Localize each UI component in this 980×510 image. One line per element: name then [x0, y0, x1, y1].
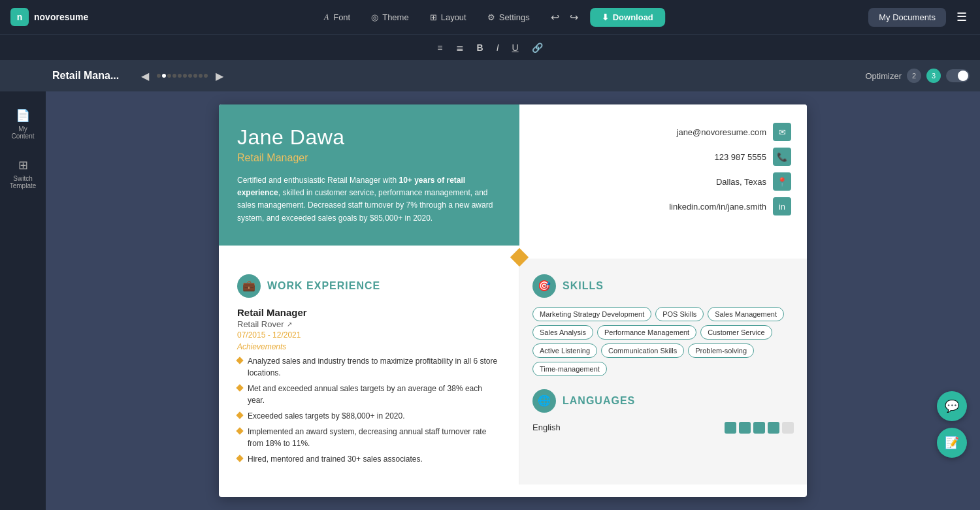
- zoom-dot-5: [178, 74, 182, 78]
- optimizer-badge-3: 3: [926, 69, 941, 83]
- resume-body: 💼 WORK EXPERIENCE Retail Manager Retail …: [219, 259, 807, 485]
- zoom-out-button[interactable]: ◀: [137, 69, 153, 84]
- settings-button[interactable]: ⚙ Settings: [478, 8, 539, 26]
- align-center-button[interactable]: ≣: [451, 40, 469, 56]
- sub-header: Retail Mana... ◀ ▶ Optimizer 2 3: [0, 60, 980, 91]
- bullet-text: Analyzed sales and industry trends to ma…: [248, 355, 500, 379]
- resume-header-right: jane@novoresume.com ✉ 123 987 5555 📞 Dal…: [519, 104, 807, 246]
- skill-tag: Time-management: [532, 362, 607, 376]
- contact-email-text: jane@novoresume.com: [677, 127, 766, 137]
- bullet-item: Met and exceeded annual sales targets by…: [237, 383, 500, 406]
- languages-title: LANGUAGES: [563, 395, 635, 407]
- zoom-in-button[interactable]: ▶: [212, 69, 227, 84]
- bullet-diamond: [236, 357, 243, 364]
- languages-header: 🌐 LANGUAGES: [532, 389, 794, 413]
- sidebar-item-my-content[interactable]: 📄 My Content: [4, 102, 42, 146]
- skill-tag: Marketing Strategy Development: [532, 307, 651, 321]
- language-name: English: [532, 422, 561, 432]
- theme-icon: ◎: [371, 12, 378, 22]
- work-experience-header: 💼 WORK EXPERIENCE: [237, 274, 500, 298]
- hamburger-button[interactable]: ☰: [954, 7, 970, 27]
- achievements-label: Achievements: [237, 342, 500, 351]
- font-button[interactable]: 𝐴 Font: [315, 8, 359, 26]
- bold-button[interactable]: B: [472, 40, 489, 56]
- contact-email-row: jane@novoresume.com ✉: [535, 123, 791, 141]
- lang-dot-3: [753, 422, 765, 434]
- languages-icon: 🌐: [532, 389, 556, 413]
- optimizer-label: Optimizer: [865, 71, 902, 81]
- optimizer-toggle[interactable]: [946, 69, 970, 82]
- lang-dot-4: [768, 422, 779, 434]
- resume-title: Retail Manager: [237, 152, 501, 164]
- job-date: 07/2015 - 12/2021: [237, 330, 500, 340]
- layout-icon: ⊞: [430, 12, 437, 22]
- language-dots: [725, 422, 794, 434]
- language-row-english: English: [532, 422, 794, 434]
- skill-tag: Customer Service: [700, 325, 772, 340]
- underline-button[interactable]: U: [507, 40, 524, 56]
- canvas-area: Jane Dawa Retail Manager Certified and e…: [46, 91, 980, 510]
- undo-button[interactable]: ↩: [547, 7, 563, 27]
- zoom-controls: ◀ ▶: [137, 69, 227, 84]
- linkedin-icon: in: [773, 197, 791, 215]
- note-icon: 📝: [945, 436, 959, 450]
- chat-icon: 💬: [945, 399, 959, 413]
- resume-header: Jane Dawa Retail Manager Certified and e…: [219, 104, 807, 246]
- location-icon: 📍: [773, 172, 791, 191]
- theme-button[interactable]: ◎ Theme: [362, 8, 417, 26]
- download-button[interactable]: ⬇ Download: [590, 8, 665, 27]
- switch-template-icon: ⊞: [18, 158, 28, 172]
- font-icon: 𝐴: [324, 12, 329, 22]
- chat-fab[interactable]: 💬: [937, 391, 967, 421]
- resume-document: Jane Dawa Retail Manager Certified and e…: [219, 104, 807, 497]
- bullet-list: Analyzed sales and industry trends to ma…: [237, 355, 500, 465]
- settings-icon: ⚙: [487, 12, 495, 22]
- skill-tag: Sales Analysis: [532, 325, 593, 340]
- document-title: Retail Mana...: [52, 70, 119, 82]
- zoom-dot-2: [162, 74, 166, 78]
- contact-phone-text: 123 987 5555: [714, 152, 766, 162]
- nav-right: My Documents ☰: [868, 7, 970, 27]
- lang-dot-2: [739, 422, 751, 434]
- work-experience-title: WORK EXPERIENCE: [267, 280, 380, 292]
- languages-section: 🌐 LANGUAGES English: [532, 389, 794, 434]
- zoom-dot-10: [204, 74, 208, 78]
- bullet-text: Met and exceeded annual sales targets by…: [248, 383, 500, 406]
- toggle-knob: [958, 71, 968, 81]
- my-content-icon: 📄: [16, 108, 30, 123]
- bullet-item: Hired, mentored and trained 30+ sales as…: [237, 453, 500, 465]
- download-icon: ⬇: [602, 12, 609, 22]
- layout-button[interactable]: ⊞ Layout: [421, 8, 476, 26]
- link-button[interactable]: 🔗: [527, 40, 548, 56]
- skills-header: 🎯 SKILLS: [532, 274, 794, 298]
- skills-title: SKILLS: [563, 280, 604, 292]
- resume-summary: Certified and enthusiastic Retail Manage…: [237, 174, 501, 225]
- contact-linkedin-row: linkedin.com/in/jane.smith in: [535, 197, 791, 215]
- external-link-icon: ↗: [287, 321, 292, 328]
- zoom-dot-9: [199, 74, 203, 78]
- company-name: Retail Rover ↗: [237, 319, 500, 329]
- bullet-diamond: [236, 411, 243, 419]
- logo-icon: n: [10, 8, 29, 26]
- skills-icon: 🎯: [532, 274, 556, 298]
- redo-button[interactable]: ↪: [566, 7, 582, 27]
- lang-dot-5: [782, 422, 794, 434]
- skill-tag: Performance Management: [597, 325, 696, 340]
- contact-location-text: Dallas, Texas: [716, 177, 766, 187]
- skill-tag: POS Skills: [655, 307, 704, 321]
- bullet-diamond: [236, 384, 243, 391]
- sidebar-item-switch-template[interactable]: ⊞ Switch Template: [4, 151, 42, 196]
- note-fab[interactable]: 📝: [937, 428, 967, 458]
- zoom-dot-1: [157, 74, 161, 78]
- nav-center: 𝐴 Font ◎ Theme ⊞ Layout ⚙ Settings ↩ ↪ ⬇…: [315, 7, 665, 27]
- italic-button[interactable]: I: [491, 40, 504, 56]
- skills-grid: Marketing Strategy Development POS Skill…: [532, 307, 794, 376]
- sidebar-item-my-content-label: My Content: [8, 125, 38, 140]
- phone-icon: 📞: [773, 148, 791, 166]
- align-left-button[interactable]: ≡: [432, 40, 448, 56]
- logo-text: novoresume: [34, 12, 88, 22]
- my-documents-button[interactable]: My Documents: [868, 8, 946, 27]
- contact-phone-row: 123 987 5555 📞: [535, 148, 791, 166]
- zoom-dot-8: [193, 74, 197, 78]
- sidebar-item-switch-template-label: Switch Template: [8, 175, 38, 189]
